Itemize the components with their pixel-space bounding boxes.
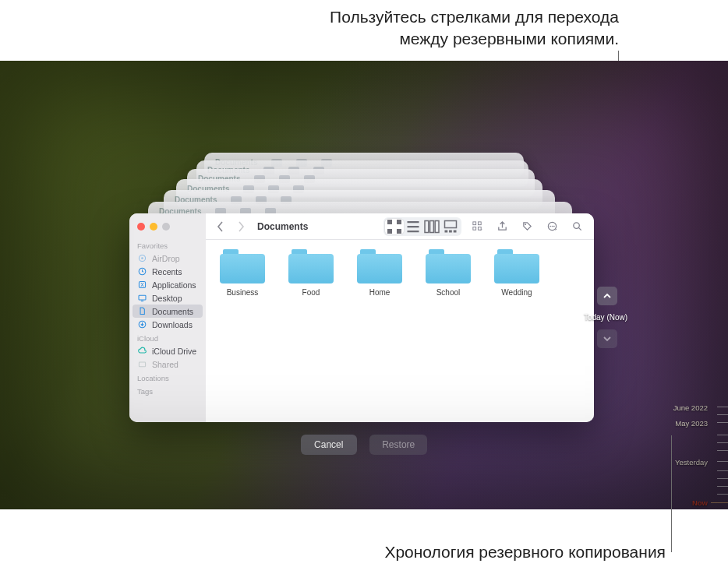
clock-icon: [137, 267, 147, 276]
svg-rect-19: [472, 227, 475, 230]
sidebar-item-applications[interactable]: Applications: [129, 278, 206, 291]
sidebar-item-label: Shared: [152, 360, 178, 369]
svg-rect-13: [435, 220, 439, 232]
icon-view-button[interactable]: [385, 219, 404, 234]
folder-icon: [288, 249, 334, 283]
folder-label: Food: [285, 288, 337, 297]
folder-label: School: [422, 288, 474, 297]
sidebar-item-label: Applications: [152, 280, 196, 290]
sidebar-item-documents[interactable]: Documents: [133, 305, 203, 318]
airdrop-icon: [137, 254, 147, 263]
svg-point-27: [573, 223, 579, 229]
folder-label: Wedding: [491, 288, 542, 297]
column-view-button[interactable]: [422, 219, 441, 234]
sidebar-item-label: Desktop: [152, 294, 182, 303]
tags-button[interactable]: [518, 218, 536, 235]
sidebar-item-label: AirDrop: [152, 254, 180, 263]
annotation-line1: Пользуйтесь стрелками для перехода: [330, 6, 619, 28]
list-view-button[interactable]: [404, 219, 422, 234]
svg-point-25: [551, 226, 553, 227]
share-button[interactable]: [493, 218, 511, 235]
group-by-button[interactable]: [468, 218, 486, 235]
finder-window: Favorites AirDrop Recents Applications D…: [129, 213, 594, 422]
minimize-button[interactable]: [150, 223, 157, 231]
svg-rect-17: [454, 230, 457, 232]
timeline-label-now: Now: [692, 498, 708, 507]
leader-line-bottom: [671, 435, 672, 552]
gallery-view-button[interactable]: [441, 219, 460, 234]
svg-rect-10: [397, 229, 401, 234]
svg-rect-21: [478, 227, 481, 230]
sidebar-item-label: Recents: [152, 267, 182, 276]
finder-toolbar: Documents: [206, 213, 594, 240]
folder-icon: [494, 249, 539, 283]
back-button[interactable]: [214, 218, 228, 235]
sidebar-head-icloud: iCloud: [129, 331, 206, 344]
desktop-icon: [137, 294, 147, 303]
backup-navigation: Today (Now): [595, 287, 619, 348]
downloads-icon: [137, 320, 147, 329]
folder-icon: [357, 249, 402, 283]
search-button[interactable]: [567, 218, 586, 235]
folder-item[interactable]: Home: [354, 249, 405, 297]
svg-rect-11: [425, 220, 429, 232]
next-backup-button[interactable]: [597, 329, 617, 348]
sidebar-item-shared[interactable]: Shared: [129, 357, 206, 371]
svg-rect-15: [445, 230, 448, 232]
folder-grid: Business Food Home School Wedding: [206, 240, 594, 422]
folder-icon: [426, 249, 471, 283]
folder-item[interactable]: School: [422, 249, 474, 297]
current-backup-label: Today (Now): [578, 313, 633, 322]
sidebar-item-label: Downloads: [152, 320, 193, 329]
folder-item[interactable]: Business: [217, 249, 268, 297]
folder-label: Home: [354, 288, 405, 297]
folder-label: Business: [217, 288, 268, 297]
finder-sidebar: Favorites AirDrop Recents Applications D…: [129, 213, 206, 422]
shared-folder-icon: [137, 360, 147, 369]
annotation-line2: между резервными копиями.: [330, 28, 619, 50]
annotation-arrows: Пользуйтесь стрелками для перехода между…: [330, 6, 619, 51]
sidebar-item-recents[interactable]: Recents: [129, 265, 206, 278]
svg-rect-6: [139, 362, 145, 367]
svg-rect-20: [478, 222, 481, 225]
zoom-button[interactable]: [162, 223, 170, 231]
svg-point-22: [525, 224, 526, 225]
svg-point-26: [553, 226, 555, 227]
previous-backup-button[interactable]: [597, 287, 617, 305]
folder-item[interactable]: Wedding: [491, 249, 542, 297]
timeline-label: May 2023: [675, 419, 708, 428]
documents-icon: [137, 307, 147, 316]
sidebar-item-label: iCloud Drive: [152, 347, 196, 356]
window-controls: [129, 218, 206, 238]
time-machine-actions: Cancel Restore: [0, 435, 728, 455]
finder-main: Documents Business: [206, 213, 594, 422]
sidebar-head-locations: Locations: [129, 371, 206, 384]
sidebar-item-label: Documents: [152, 307, 193, 316]
time-machine-desktop: Documents Documents Documents Documents …: [0, 61, 728, 509]
svg-rect-4: [139, 295, 146, 300]
applications-icon: [137, 280, 147, 290]
svg-rect-14: [445, 220, 457, 227]
forward-button[interactable]: [234, 218, 248, 235]
timeline-label: June 2022: [673, 403, 708, 412]
svg-rect-8: [397, 220, 401, 224]
svg-point-1: [141, 257, 143, 259]
folder-icon: [220, 249, 265, 283]
annotation-timeline: Хронология резервного копирования: [384, 543, 666, 562]
backup-timeline[interactable]: June 2022 May 2023 Yesterday Now: [672, 403, 728, 509]
svg-point-24: [550, 226, 551, 227]
cancel-button[interactable]: Cancel: [301, 435, 357, 455]
sidebar-item-downloads[interactable]: Downloads: [129, 318, 206, 331]
svg-rect-12: [430, 220, 434, 232]
window-title: Documents: [257, 221, 308, 232]
sidebar-item-desktop[interactable]: Desktop: [129, 291, 206, 305]
action-button[interactable]: [542, 218, 561, 235]
svg-rect-9: [387, 229, 392, 234]
restore-button[interactable]: Restore: [369, 435, 427, 455]
svg-rect-18: [472, 222, 475, 225]
folder-item[interactable]: Food: [285, 249, 337, 297]
timeline-label: Yesterday: [675, 458, 708, 467]
sidebar-item-airdrop[interactable]: AirDrop: [129, 252, 206, 265]
sidebar-item-icloud-drive[interactable]: iCloud Drive: [129, 344, 206, 357]
close-button[interactable]: [137, 223, 145, 231]
